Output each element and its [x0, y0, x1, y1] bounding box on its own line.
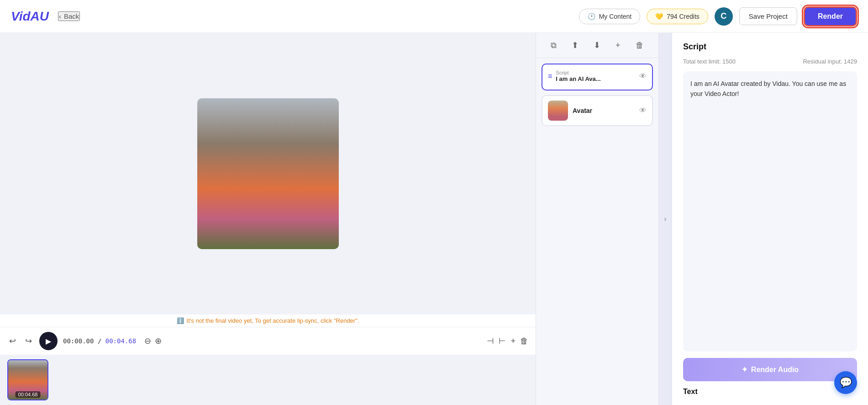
- render-audio-button[interactable]: ✦ Render Audio: [683, 358, 857, 381]
- left-panel: ℹ️ It's not the final video yet, To get …: [0, 33, 536, 405]
- right-panel: Script Total text limit: 1500 Residual i…: [672, 33, 868, 405]
- zoom-out-button[interactable]: ⊖: [144, 336, 151, 346]
- save-project-label: Save Project: [749, 12, 788, 20]
- preview-area: [0, 33, 536, 314]
- save-project-button[interactable]: Save Project: [739, 7, 797, 25]
- scene-item-script[interactable]: ≡ Script I am an AI Ava... 👁: [542, 64, 653, 91]
- residual-label: Residual input: 1429: [803, 58, 857, 65]
- video-frame: [197, 98, 339, 249]
- time-display: 00:00.00 / 00:04.68: [63, 337, 136, 345]
- script-icon: ≡: [548, 72, 552, 80]
- main-layout: ℹ️ It's not the final video yet, To get …: [0, 33, 868, 405]
- time-separator: /: [98, 337, 105, 345]
- scene-type-label: Script: [556, 70, 636, 75]
- scene-title: I am an AI Ava...: [556, 75, 636, 82]
- total-time: 00:04.68: [105, 337, 136, 345]
- timeline-strip: 00:04.68: [0, 355, 536, 405]
- scene-list: ≡ Script I am an AI Ava... 👁 Avatar 👁: [536, 58, 658, 405]
- back-label: Back: [64, 12, 79, 20]
- delete-clip-button[interactable]: 🗑: [520, 336, 528, 346]
- play-button[interactable]: ▶: [39, 332, 58, 350]
- back-arrow-icon: ‹: [59, 12, 61, 20]
- script-textarea[interactable]: [683, 71, 857, 352]
- delete-scene-button[interactable]: 🗑: [634, 39, 646, 52]
- copy-scene-button[interactable]: ⧉: [549, 39, 558, 52]
- user-avatar[interactable]: C: [715, 7, 733, 26]
- total-limit-label: Total text limit: 1500: [683, 58, 736, 65]
- avatar-thumb-image: [548, 101, 568, 121]
- move-down-button[interactable]: ⬇: [592, 38, 602, 52]
- credits-button[interactable]: 💛 794 Credits: [647, 9, 708, 24]
- script-panel-title: Script: [683, 42, 857, 52]
- clip-duration: 00:04.68: [16, 391, 41, 398]
- add-scene-button[interactable]: +: [614, 39, 622, 52]
- zoom-in-button[interactable]: ⊕: [155, 336, 162, 346]
- sparkle-icon: ✦: [742, 365, 747, 374]
- render-label: Render: [818, 12, 843, 20]
- avatar-name-label: Avatar: [573, 107, 635, 114]
- warning-icon: ℹ️: [177, 317, 184, 324]
- expand-panel-button[interactable]: ›: [659, 33, 672, 405]
- avatar-initial: C: [721, 11, 726, 21]
- render-audio-label: Render Audio: [751, 366, 799, 374]
- scene-item-avatar[interactable]: Avatar 👁: [542, 95, 653, 126]
- my-content-label: My Content: [599, 13, 632, 20]
- add-clip-button[interactable]: +: [510, 336, 516, 346]
- avatar-thumbnail: [548, 101, 568, 121]
- timeline-actions: ⊣ ⊢ + 🗑: [487, 336, 528, 346]
- scene-item-header: ≡ Script I am an AI Ava... 👁: [548, 70, 647, 82]
- middle-panel: ⧉ ⬆ ⬇ + 🗑 ≡ Script I am an AI Ava... 👁: [536, 33, 659, 405]
- current-time: 00:00.00: [63, 337, 94, 345]
- back-button[interactable]: ‹ Back: [58, 11, 80, 21]
- undo-button[interactable]: ↩: [7, 334, 18, 348]
- script-meta: Total text limit: 1500 Residual input: 1…: [683, 58, 857, 65]
- avatar-eye-button[interactable]: 👁: [639, 107, 647, 115]
- coin-icon: 💛: [655, 13, 663, 20]
- header: VidAU ‹ Back 🕐 My Content 💛 794 Credits …: [0, 0, 868, 33]
- split-left-button[interactable]: ⊣: [487, 336, 494, 346]
- chat-icon: 💬: [840, 377, 852, 389]
- video-preview: [197, 98, 339, 249]
- text-section-title: Text: [683, 388, 857, 396]
- split-right-button[interactable]: ⊢: [499, 336, 506, 346]
- app-logo: VidAU: [11, 9, 49, 24]
- play-icon: ▶: [46, 337, 51, 346]
- header-right: 🕐 My Content 💛 794 Credits C Save Projec…: [579, 6, 857, 27]
- warning-bar: ℹ️ It's not the final video yet, To get …: [0, 314, 536, 327]
- timeline-controls: ↩ ↪ ▶ 00:00.00 / 00:04.68 ⊖ ⊕ ⊣ ⊢ + 🗑: [0, 327, 536, 355]
- my-content-button[interactable]: 🕐 My Content: [579, 9, 641, 24]
- clip-thumbnail[interactable]: 00:04.68: [7, 359, 48, 400]
- clock-icon: 🕐: [588, 13, 595, 20]
- redo-button[interactable]: ↪: [23, 334, 34, 348]
- warning-message: It's not the final video yet, To get acc…: [187, 317, 359, 324]
- chat-bubble-button[interactable]: 💬: [834, 371, 857, 394]
- scene-eye-button[interactable]: 👁: [639, 72, 647, 80]
- render-button[interactable]: Render: [804, 6, 857, 27]
- credits-label: 794 Credits: [667, 13, 700, 20]
- header-left: VidAU ‹ Back: [11, 9, 80, 24]
- scene-toolbar: ⧉ ⬆ ⬇ + 🗑: [536, 33, 658, 58]
- move-up-button[interactable]: ⬆: [570, 38, 580, 52]
- zoom-controls: ⊖ ⊕: [144, 336, 162, 346]
